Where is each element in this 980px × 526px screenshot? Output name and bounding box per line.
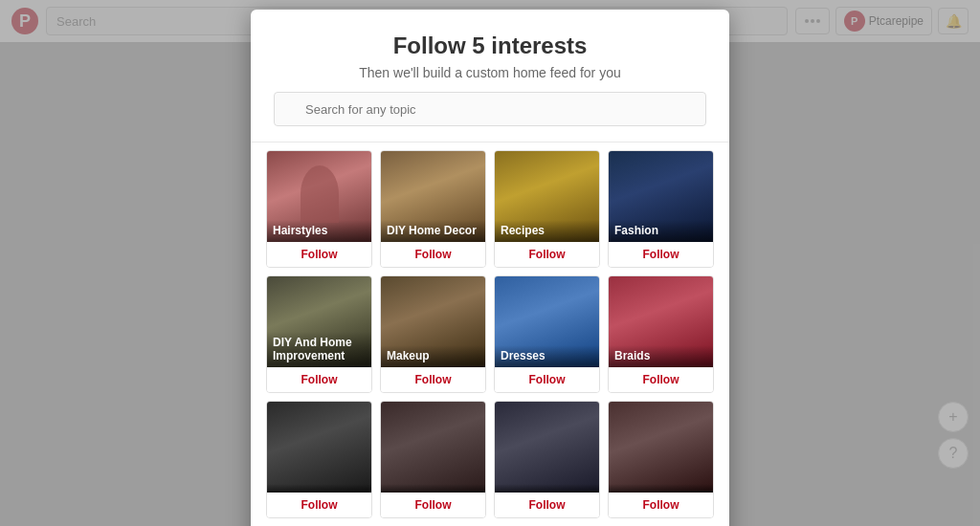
interest-label: DIY Home Decor [381,220,485,242]
interest-image: Dresses [495,276,599,367]
follow-interests-modal: Follow 5 interests Then we'll build a cu… [251,10,729,526]
interests-grid-row1: HairstylesFollowDIY Home DecorFollowReci… [266,150,714,268]
search-wrap: 🔍 [251,92,729,142]
modal-subtitle: Then we'll build a custom home feed for … [274,65,706,80]
follow-button[interactable]: Follow [267,367,371,392]
follow-button[interactable]: Follow [267,493,371,517]
interest-card: MakeupFollow [380,275,486,393]
interest-image: DIY Home Decor [381,151,485,242]
interest-image: DIY And Home Improvement [267,276,371,367]
interest-image [495,402,599,493]
modal-title: Follow 5 interests [274,33,706,59]
interest-image [267,402,371,493]
interest-card: Follow [380,401,486,518]
interest-card: DIY Home DecorFollow [380,150,486,268]
follow-button[interactable]: Follow [381,493,485,517]
interest-label [381,484,485,493]
interest-image [381,402,485,493]
modal-body: HairstylesFollowDIY Home DecorFollowReci… [251,150,729,526]
follow-button[interactable]: Follow [267,242,371,267]
interest-card: DIY And Home ImprovementFollow [266,275,372,393]
interest-label: DIY And Home Improvement [267,332,371,367]
interest-image: Braids [609,276,713,367]
interest-card: HairstylesFollow [266,150,372,268]
follow-button[interactable]: Follow [381,242,485,267]
interest-image [609,402,713,493]
divider [251,142,729,142]
interest-label [267,484,371,493]
interest-card: BraidsFollow [608,275,714,393]
interest-card: RecipesFollow [494,150,600,268]
interests-grid-row3: FollowFollowFollowFollow [266,401,714,518]
search-inner: 🔍 [274,92,706,126]
interest-card: FashionFollow [608,150,714,268]
interest-card: Follow [494,401,600,518]
interest-image: Hairstyles [267,151,371,242]
interest-label: Recipes [495,220,599,242]
follow-button[interactable]: Follow [609,242,713,267]
interest-card: Follow [266,401,372,518]
interest-image: Recipes [495,151,599,242]
interest-card: DressesFollow [494,275,600,393]
interest-card: Follow [608,401,714,518]
follow-button[interactable]: Follow [609,367,713,392]
interest-image: Fashion [609,151,713,242]
interest-image: Makeup [381,276,485,367]
interest-label: Makeup [381,345,485,367]
follow-button[interactable]: Follow [381,367,485,392]
interest-label: Dresses [495,345,599,367]
follow-button[interactable]: Follow [609,493,713,517]
follow-button[interactable]: Follow [495,493,599,517]
interest-label [609,484,713,493]
interest-label: Fashion [609,220,713,242]
modal-header: Follow 5 interests Then we'll build a cu… [251,10,729,92]
interests-grid-row2: DIY And Home ImprovementFollowMakeupFoll… [266,275,714,393]
interest-label [495,484,599,493]
topic-search-input[interactable] [274,92,706,126]
interest-label: Hairstyles [267,220,371,242]
follow-button[interactable]: Follow [495,242,599,267]
follow-button[interactable]: Follow [495,367,599,392]
interest-label: Braids [609,345,713,367]
